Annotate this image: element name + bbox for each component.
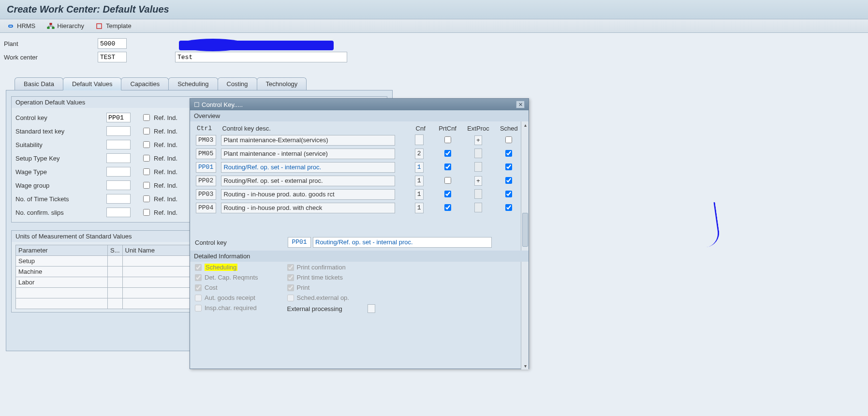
overview-row[interactable]: PP02 Routing/Ref. op. set - external pro… (195, 174, 524, 188)
cell-parameter: Machine (16, 267, 108, 277)
hrms-button[interactable]: HRMS (7, 22, 35, 30)
popup-titlebar[interactable]: ☐Control Key..... ✕ (190, 99, 529, 110)
detail-checkbox[interactable] (195, 284, 202, 291)
close-icon[interactable]: ✕ (516, 101, 525, 108)
toolbar-label: HRMS (17, 22, 35, 30)
opdef-input[interactable] (106, 208, 131, 217)
opdef-input[interactable] (106, 153, 131, 163)
detail-label: Scheduling (205, 264, 237, 271)
tab-default-values[interactable]: Default Values (63, 77, 122, 90)
ref-ind-checkbox[interactable] (143, 209, 150, 216)
cell-parameter: Setup (16, 256, 108, 267)
ref-ind-checkbox[interactable] (143, 141, 150, 148)
ref-ind-checkbox[interactable] (143, 182, 150, 189)
opdef-input[interactable] (106, 126, 131, 136)
overview-row[interactable]: PM05 Plant maintenance - internal (servi… (195, 147, 524, 161)
col-extproc: ExtProc (462, 123, 494, 134)
toolbar: HRMS Hierarchy Template (0, 19, 868, 33)
extproc-indicator (474, 149, 482, 158)
detail-checkbox[interactable] (195, 264, 202, 271)
sched-checkbox[interactable] (505, 163, 512, 170)
col-ctrl: Ctrl (195, 123, 220, 134)
prtcnf-checkbox[interactable] (444, 150, 451, 157)
sched-checkbox[interactable] (505, 136, 512, 143)
ctrl-desc: Plant maintenance-External(services) (221, 135, 395, 146)
detail-item: Print (287, 284, 375, 291)
detail-checkbox[interactable] (287, 295, 294, 301)
detail-label: Print confirmation (297, 264, 346, 271)
ref-ind-checkbox[interactable] (143, 155, 150, 162)
hierarchy-button[interactable]: Hierarchy (47, 22, 84, 30)
col-prtcnf: PrtCnf (433, 123, 462, 134)
ctrl-code: PP01 (196, 162, 216, 173)
workcenter-input[interactable] (98, 52, 127, 62)
extproc-indicator (474, 162, 482, 172)
prtcnf-checkbox[interactable] (444, 136, 451, 143)
ref-ind-checkbox[interactable] (143, 195, 150, 202)
overview-row[interactable]: PM03 Plant maintenance-External(services… (195, 134, 524, 147)
ctrl-code: PP03 (196, 189, 216, 200)
cell-s (108, 277, 123, 288)
detail-checkbox[interactable] (287, 274, 294, 281)
cnf-value (415, 134, 424, 145)
detail-label: Aut. goods receipt (205, 294, 255, 301)
scroll-down-icon[interactable]: ▾ (521, 362, 529, 370)
overview-row[interactable]: PP01 Routing/Ref. op. set - internal pro… (195, 161, 524, 174)
control-key-value: PP01 (288, 237, 311, 248)
overview-row[interactable]: PP04 Routing - in-house prod. with check… (195, 201, 524, 215)
tab-basic-data[interactable]: Basic Data (15, 77, 63, 90)
opdef-input[interactable] (106, 113, 131, 122)
tab-scheduling[interactable]: Scheduling (168, 77, 218, 90)
sched-checkbox[interactable] (505, 177, 512, 184)
ctrl-code: PP04 (196, 203, 216, 213)
detail-item: Sched.external op. (287, 294, 375, 301)
opdef-input[interactable] (106, 167, 131, 177)
opdef-input[interactable] (106, 194, 131, 204)
workcenter-desc-input[interactable] (175, 52, 347, 62)
sched-checkbox[interactable] (505, 191, 512, 197)
col-desc: Control key desc. (220, 123, 413, 134)
ref-ind-label: Ref. Ind. (154, 209, 177, 216)
cnf-value: 2 (415, 149, 424, 159)
plant-label: Plant (3, 40, 98, 47)
detail-checkbox[interactable] (287, 264, 294, 271)
col-cnf: Cnf (414, 123, 433, 134)
ref-ind-checkbox[interactable] (143, 168, 150, 175)
toolbar-label: Template (106, 22, 132, 30)
template-button[interactable]: Template (96, 22, 132, 30)
tab-capacities[interactable]: Capacities (121, 77, 169, 90)
opdef-label: Wage Type (15, 168, 103, 176)
ctrl-desc: Plant maintenance - internal (service) (221, 149, 395, 159)
ref-ind-checkbox[interactable] (143, 128, 150, 134)
sched-checkbox[interactable] (505, 204, 512, 211)
svg-rect-0 (50, 23, 52, 25)
cell-parameter (16, 288, 108, 298)
tab-costing[interactable]: Costing (218, 77, 257, 90)
prtcnf-checkbox[interactable] (444, 177, 451, 184)
sched-checkbox[interactable] (505, 150, 512, 157)
detail-checkbox[interactable] (195, 295, 202, 301)
detail-checkbox[interactable] (195, 305, 202, 312)
opdef-label: Suitability (15, 141, 103, 149)
workcenter-label: Work center (3, 54, 98, 61)
col-parameter: Parameter (16, 245, 108, 256)
opdef-input[interactable] (106, 180, 131, 190)
ref-ind-label: Ref. Ind. (154, 141, 177, 149)
opdef-input[interactable] (106, 140, 131, 149)
ctrl-code: PM03 (196, 135, 216, 146)
detail-checkbox[interactable] (287, 284, 294, 291)
detail-item: Print confirmation (287, 264, 375, 271)
prtcnf-checkbox[interactable] (444, 191, 451, 197)
ref-ind-checkbox[interactable] (143, 114, 150, 121)
cell-s (108, 288, 123, 298)
tab-technology[interactable]: Technology (257, 77, 307, 90)
plant-input[interactable] (98, 38, 127, 49)
detail-value-box (368, 304, 375, 313)
prtcnf-checkbox[interactable] (444, 204, 451, 211)
prtcnf-checkbox[interactable] (444, 163, 451, 170)
ctrl-desc: Routing/Ref. op. set - external proc. (221, 176, 395, 186)
control-key-popup: ☐Control Key..... ✕ ▴ ▾ Overview Ctrl Co… (190, 98, 529, 369)
ref-ind-label: Ref. Ind. (154, 182, 177, 189)
detail-checkbox[interactable] (195, 274, 202, 281)
overview-row[interactable]: PP03 Routing - in-house prod. auto. good… (195, 188, 524, 201)
